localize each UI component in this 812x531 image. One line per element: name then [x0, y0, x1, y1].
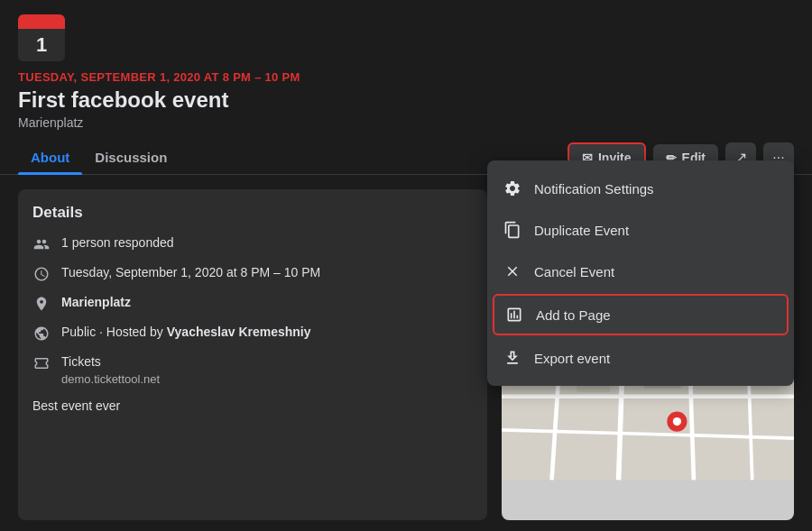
dropdown-item-export-event[interactable]: Export event [487, 337, 794, 379]
details-panel: Details 1 person responded Tuesday, Sept… [18, 189, 487, 520]
best-event-text: Best event ever [32, 398, 473, 413]
detail-row-clock: Tuesday, September 1, 2020 at 8 PM – 10 … [32, 264, 473, 283]
calendar-wrapper: 1 [18, 14, 794, 61]
detail-text-people: 1 person responded [61, 234, 174, 252]
ticket-icon [32, 354, 51, 372]
svg-point-16 [673, 417, 681, 426]
event-location-header: Marienplatz [18, 115, 794, 130]
tabs-left: About Discussion [18, 141, 180, 174]
event-header: 1 TUESDAY, SEPTEMBER 1, 2020 AT 8 PM – 1… [0, 0, 812, 130]
details-title: Details [32, 204, 473, 222]
event-title: First facebook event [18, 87, 794, 113]
detail-row-globe: Public · Hosted by Vyacheslav Kremeshniy [32, 324, 473, 343]
notification-settings-label: Notification Settings [534, 181, 654, 197]
detail-text-location: Marienplatz [61, 294, 131, 312]
export-icon [502, 347, 523, 369]
duplicate-event-label: Duplicate Event [534, 223, 629, 238]
add-to-page-label: Add to Page [536, 307, 611, 323]
detail-row-location: Marienplatz [32, 294, 473, 313]
calendar-icon: 1 [18, 14, 65, 61]
tab-discussion[interactable]: Discussion [82, 141, 180, 174]
detail-row-ticket: Tickets demo.tickettool.net [32, 353, 473, 388]
x-icon [502, 261, 523, 282]
calendar-day: 1 [18, 29, 65, 61]
gear-icon [502, 178, 523, 199]
dropdown-item-duplicate-event[interactable]: Duplicate Event [487, 209, 794, 251]
calendar-top [18, 14, 65, 29]
copy-icon [502, 219, 523, 241]
dropdown-item-add-to-page[interactable]: Add to Page [493, 294, 789, 335]
tab-about[interactable]: About [18, 141, 82, 174]
people-icon [32, 235, 51, 253]
dropdown-item-notification-settings[interactable]: Notification Settings [487, 168, 794, 209]
clock-icon [32, 265, 51, 283]
detail-text-clock: Tuesday, September 1, 2020 at 8 PM – 10 … [61, 264, 320, 282]
dropdown-item-cancel-event[interactable]: Cancel Event [487, 251, 794, 292]
event-date-line: TUESDAY, SEPTEMBER 1, 2020 AT 8 PM – 10 … [18, 70, 794, 84]
export-event-label: Export event [534, 351, 610, 366]
dropdown-menu: Notification Settings Duplicate Event Ca… [487, 160, 794, 386]
page-icon [503, 304, 525, 325]
detail-text-ticket: Tickets demo.tickettool.net [61, 353, 160, 388]
detail-text-globe: Public · Hosted by Vyacheslav Kremeshniy [61, 324, 311, 342]
cancel-event-label: Cancel Event [534, 264, 614, 279]
detail-row-people: 1 person responded [32, 234, 473, 253]
globe-icon [32, 325, 51, 343]
location-icon [32, 295, 51, 313]
